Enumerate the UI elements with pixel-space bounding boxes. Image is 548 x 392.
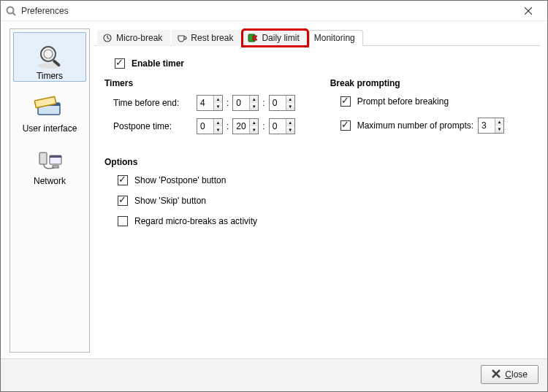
sidebar: Timers User interface [9, 28, 90, 353]
svg-point-5 [41, 47, 56, 61]
close-icon [492, 369, 501, 380]
svg-line-1 [13, 12, 16, 15]
tab-label: Micro-break [116, 33, 162, 43]
sidebar-item-label: Timers [37, 71, 63, 81]
content-area: Micro-break Rest break [94, 28, 540, 353]
svg-point-0 [7, 7, 14, 13]
preferences-window: Preferences Timers [0, 0, 548, 392]
timers-heading: Timers [104, 78, 295, 88]
tab-monitoring[interactable]: Monitoring [309, 30, 363, 46]
window-title: Preferences [21, 6, 69, 16]
show-skip-checkbox[interactable]: Show 'Skip' button [104, 193, 530, 208]
postpone-time-hours[interactable]: ▲▼ [197, 118, 223, 134]
postpone-time-minutes[interactable]: ▲▼ [232, 118, 259, 134]
titlebar: Preferences [1, 1, 547, 21]
svg-line-17 [107, 38, 110, 39]
sidebar-item-label: User interface [23, 123, 77, 134]
regard-micro-label: Regard micro-breaks as activity [134, 216, 257, 226]
enable-timer-label: Enable timer [132, 58, 184, 69]
show-postpone-label: Show 'Postpone' button [134, 175, 226, 185]
regard-micro-checkbox[interactable]: Regard micro-breaks as activity [104, 214, 530, 228]
time-before-end-hours[interactable]: ▲▼ [197, 95, 223, 111]
sidebar-item-label: Network [34, 176, 66, 186]
break-prompting-heading: Break prompting [330, 78, 530, 88]
magnifier-icon [34, 43, 66, 69]
restbreak-icon [177, 33, 187, 43]
prompt-before-breaking-checkbox[interactable]: Prompt before breaking [330, 94, 530, 109]
sidebar-item-user-interface[interactable]: User interface [13, 85, 86, 134]
tabs: Micro-break Rest break [94, 28, 540, 46]
postpone-time-row: Postpone time: ▲▼ : ▲▼ [104, 118, 295, 135]
max-prompts-checkbox[interactable]: Maximum number of prompts: [338, 118, 473, 133]
show-skip-label: Show 'Skip' button [134, 196, 206, 206]
tab-label: Monitoring [314, 33, 355, 43]
time-before-end-label: Time before end: [104, 98, 191, 108]
max-prompts-label: Maximum number of prompts: [357, 120, 473, 131]
prompt-before-breaking-label: Prompt before breaking [357, 96, 449, 107]
time-before-end-minutes[interactable]: ▲▼ [232, 95, 259, 111]
tab-pane: Enable timer Timers Time before end: ▲▼ [94, 46, 540, 353]
options-heading: Options [104, 157, 530, 167]
footer: Close [1, 358, 547, 391]
network-icon [34, 148, 66, 174]
tab-micro-break[interactable]: Micro-break [97, 30, 170, 46]
max-prompts-spinner[interactable]: ▲▼ [478, 118, 504, 134]
close-button-label: Close [505, 369, 528, 380]
window-close-button[interactable] [514, 1, 543, 21]
svg-rect-13 [50, 155, 61, 158]
sidebar-item-timers[interactable]: Timers [13, 32, 86, 82]
sidebar-item-network[interactable]: Network [13, 137, 86, 187]
close-button[interactable]: Close [481, 365, 539, 384]
microbreak-icon [102, 33, 113, 43]
svg-rect-11 [39, 153, 47, 164]
show-postpone-checkbox[interactable]: Show 'Postpone' button [104, 173, 530, 188]
ui-icon [34, 96, 66, 122]
app-icon [5, 5, 17, 17]
enable-timer-checkbox[interactable]: Enable timer [104, 56, 530, 71]
time-before-end-row: Time before end: ▲▼ : ▲▼ [104, 94, 295, 112]
tab-daily-limit[interactable]: Daily limit [243, 30, 307, 46]
dailylimit-icon [248, 33, 258, 43]
time-before-end-seconds[interactable]: ▲▼ [269, 95, 295, 111]
postpone-time-seconds[interactable]: ▲▼ [269, 118, 295, 134]
tab-rest-break[interactable]: Rest break [172, 30, 241, 46]
tab-label: Rest break [191, 33, 233, 43]
postpone-time-label: Postpone time: [104, 121, 191, 131]
tab-label: Daily limit [262, 33, 299, 43]
